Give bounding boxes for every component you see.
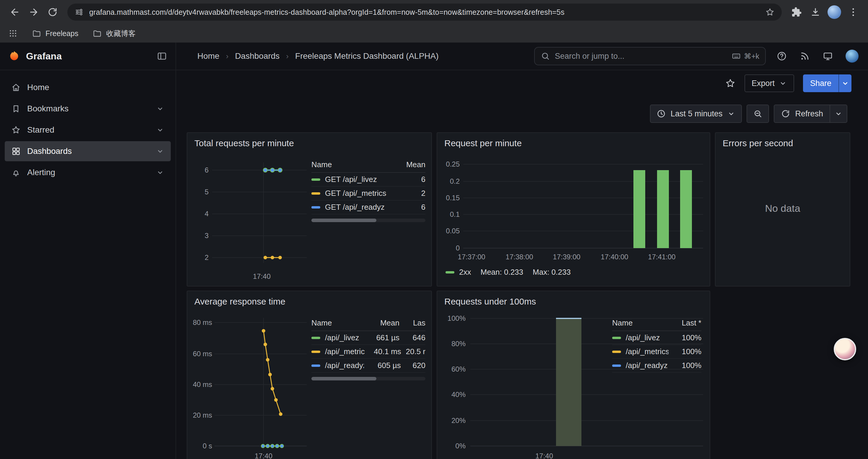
sidebar-nav: Home Bookmarks Starred Dashboards — [0, 70, 176, 190]
sidebar: Grafana Home Bookmarks Starred — [0, 42, 176, 459]
chart-request-per-minute: 0.25 0.2 0.15 0.1 0.05 0 17:37:00 17:38:… — [437, 133, 710, 286]
legend-row[interactable]: GET /api/_livez 6 — [311, 173, 426, 187]
help-icon[interactable] — [776, 51, 787, 61]
address-bar[interactable]: grafana.mathmast.com/d/deytv4rwavabkb/fr… — [67, 4, 782, 21]
browser-toolbar: grafana.mathmast.com/d/deytv4rwavabkb/fr… — [0, 0, 868, 24]
site-settings-icon[interactable] — [74, 7, 84, 17]
panel-total-requests[interactable]: Total requests per minute 6 5 4 3 2 17:4… — [187, 132, 432, 287]
bookmark-folder-blogs[interactable]: 收藏博客 — [92, 29, 135, 38]
bookmark-folder-freeleaps[interactable]: Freeleaps — [32, 29, 78, 38]
assistant-avatar[interactable] — [834, 338, 856, 360]
export-button[interactable]: Export — [745, 74, 794, 92]
forward-icon — [28, 7, 39, 18]
sidebar-collapse-icon[interactable] — [157, 51, 167, 61]
url-text[interactable]: grafana.mathmast.com/d/deytv4rwavabkb/fr… — [89, 8, 760, 17]
legend-header-name[interactable]: Name — [612, 319, 668, 328]
y-tick: 0.15 — [438, 194, 460, 202]
x-tick: 17:40 — [535, 452, 553, 459]
chevron-down-icon — [156, 168, 164, 177]
legend-scrollbar — [311, 219, 426, 222]
y-tick: 0.05 — [438, 227, 460, 235]
bookmark-star-icon[interactable] — [765, 7, 775, 17]
sidebar-item-alerting[interactable]: Alerting — [5, 162, 171, 183]
panel-errors-per-second[interactable]: Errors per second No data — [715, 132, 850, 287]
y-tick: 60 ms — [192, 350, 212, 358]
monitor-icon[interactable] — [823, 51, 833, 61]
zoom-out-button[interactable] — [747, 104, 769, 123]
favorite-dashboard-button[interactable] — [725, 78, 736, 89]
legend-row[interactable]: /api/_livez 661 µs 646 — [311, 331, 426, 345]
kebab-menu-icon — [848, 7, 859, 18]
legend-header-name[interactable]: Name — [311, 160, 390, 169]
news-rss-icon[interactable] — [800, 51, 810, 61]
time-range-picker[interactable]: Last 5 minutes — [650, 104, 742, 123]
main-area: Home › Dashboards › Freeleaps Metrics Da… — [176, 42, 868, 459]
legend-row[interactable]: /api/_readyz 605 µs 620 — [311, 359, 426, 373]
grafana-logo[interactable] — [8, 50, 20, 62]
user-avatar[interactable] — [845, 50, 859, 63]
time-controls: Last 5 minutes Refresh — [650, 104, 847, 123]
sidebar-item-label: Alerting — [27, 168, 55, 177]
share-menu-button[interactable] — [838, 74, 851, 92]
refresh-button[interactable]: Refresh — [774, 105, 830, 122]
series-name[interactable]: /api/_readyz — [325, 361, 364, 370]
y-tick: 0% — [440, 442, 466, 450]
legend-row[interactable]: GET /api/_metrics 2 — [311, 187, 426, 201]
panel-requests-under-100ms[interactable]: Requests under 100ms 100% 80% 60% 40% 20… — [437, 291, 710, 459]
panel-average-response-time[interactable]: Average response time 80 ms 60 ms 40 ms … — [187, 291, 432, 459]
series-name[interactable]: /api/_livez — [626, 333, 660, 342]
legend-header-last[interactable]: Last * — [668, 319, 701, 328]
search-input[interactable]: Search or jump to... ⌘+k — [534, 47, 766, 65]
browser-menu-button[interactable] — [844, 3, 862, 21]
chart-total-requests: 6 5 4 3 2 17:40 — [192, 133, 309, 287]
series-name[interactable]: 2xx — [459, 268, 471, 277]
series-name[interactable]: /api/_metrics — [325, 347, 365, 356]
series-swatch-green — [612, 337, 621, 339]
legend-scrollbar-thumb[interactable] — [311, 377, 376, 381]
legend-row[interactable]: /api/_metrics 100% — [612, 345, 701, 359]
legend-header-mean[interactable]: Mean — [390, 160, 426, 169]
chart-legend: 2xx Mean: 0.233 Max: 0.233 — [445, 268, 571, 277]
legend-row[interactable]: /api/_readyz 100% — [612, 359, 701, 373]
legend-header-last[interactable]: Las — [399, 319, 426, 328]
legend-scrollbar-thumb[interactable] — [311, 219, 376, 222]
panel-request-per-minute[interactable]: Request per minute 0.25 0.2 0.15 0.1 0.0… — [437, 132, 710, 287]
profile-avatar — [828, 5, 841, 19]
sidebar-item-dashboards[interactable]: Dashboards — [5, 141, 171, 161]
series-name[interactable]: GET /api/_metrics — [325, 189, 386, 198]
series-swatch-yellow — [612, 351, 621, 353]
breadcrumb-separator: › — [286, 52, 289, 61]
y-tick: 3 — [193, 232, 209, 240]
sidebar-item-starred[interactable]: Starred — [5, 120, 171, 140]
share-button[interactable]: Share — [803, 74, 838, 92]
y-tick: 6 — [193, 166, 209, 174]
screen: grafana.mathmast.com/d/deytv4rwavabkb/fr… — [0, 0, 868, 459]
x-tick: 17:40:00 — [601, 253, 628, 261]
back-button[interactable] — [6, 3, 24, 21]
sidebar-item-home[interactable]: Home — [5, 77, 171, 97]
sidebar-item-bookmarks[interactable]: Bookmarks — [5, 99, 171, 119]
series-name[interactable]: GET /api/_livez — [325, 175, 377, 184]
series-name[interactable]: /api/_livez — [325, 333, 359, 342]
profile-button[interactable] — [826, 3, 843, 21]
refresh-interval-button[interactable] — [830, 105, 847, 122]
downloads-button[interactable] — [807, 3, 824, 21]
series-name[interactable]: GET /api/_readyz — [325, 203, 385, 212]
breadcrumb-dashboards[interactable]: Dashboards — [235, 52, 279, 61]
extensions-button[interactable] — [788, 3, 805, 21]
x-tick: 17:40 — [253, 272, 271, 281]
series-name[interactable]: /api/_readyz — [626, 361, 668, 370]
y-tick: 20 ms — [192, 411, 212, 419]
legend-row[interactable]: GET /api/_readyz 6 — [311, 201, 426, 215]
forward-button[interactable] — [25, 3, 42, 21]
legend-header-mean[interactable]: Mean — [361, 319, 399, 328]
legend-row[interactable]: /api/_metrics 40.1 ms 20.5 r — [311, 345, 426, 359]
reload-button[interactable] — [44, 3, 61, 21]
apps-grid-icon[interactable] — [8, 29, 18, 38]
y-tick: 100% — [440, 314, 466, 323]
series-name[interactable]: /api/_metrics — [626, 347, 669, 356]
legend-header-name[interactable]: Name — [311, 319, 361, 328]
legend-row[interactable]: /api/_livez 100% — [612, 331, 701, 345]
legend-series-2xx[interactable]: 2xx — [445, 268, 471, 277]
breadcrumb-home[interactable]: Home — [197, 52, 219, 61]
